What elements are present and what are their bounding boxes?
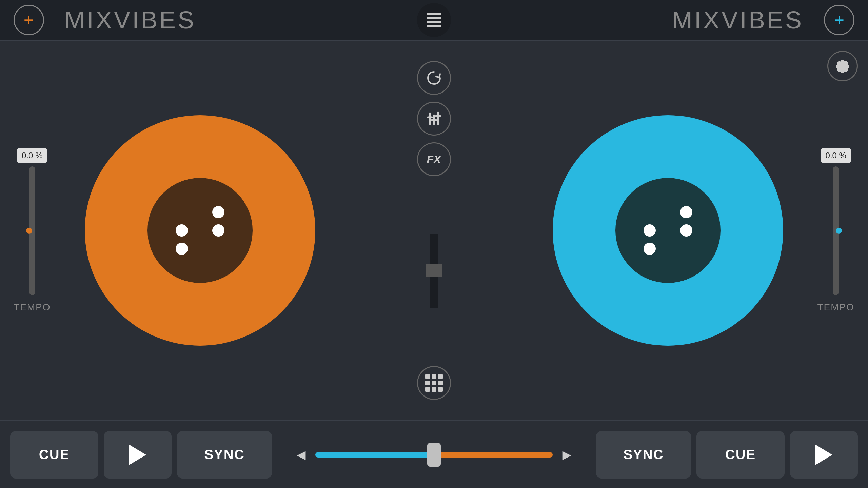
turntable-right[interactable] (553, 115, 783, 346)
crossfader-left-fill (315, 452, 434, 458)
center-column: FX (400, 41, 468, 420)
top-bar: + MIXVIBES MIXVIBES + (0, 0, 868, 41)
add-right-icon: + (834, 11, 844, 29)
tempo-value-right: 0.0 % (821, 148, 851, 163)
crossfader-vertical-handle[interactable] (426, 264, 442, 277)
eq-button[interactable] (417, 102, 451, 136)
grid-button[interactable] (417, 366, 451, 400)
deck-buttons-left: CUE SYNC (10, 431, 272, 479)
turntable-center-left (147, 178, 253, 283)
loop-button[interactable] (417, 61, 451, 95)
tempo-track-right[interactable] (833, 166, 839, 295)
top-bar-left: + MIXVIBES (14, 5, 196, 35)
add-track-left-button[interactable]: + (14, 5, 44, 35)
logo-menu-button[interactable] (417, 3, 451, 37)
loop-icon (425, 69, 443, 87)
grid-icon (425, 374, 443, 392)
sync-button-right[interactable]: SYNC (596, 431, 691, 479)
deck-left-name: MIXVIBES (64, 6, 196, 34)
cue-button-right[interactable]: CUE (696, 431, 785, 479)
equalizer-icon (425, 110, 443, 127)
center-controls-top: FX (417, 54, 451, 176)
add-left-icon: + (24, 11, 34, 29)
add-track-right-button[interactable]: + (824, 5, 854, 35)
vertical-crossfader[interactable] (430, 234, 438, 308)
tempo-handle-left[interactable] (26, 228, 32, 234)
tempo-value-left: 0.0 % (17, 148, 47, 163)
crossfader-track[interactable] (315, 452, 553, 458)
deck-left: 0.0 % TEMPO (0, 41, 400, 420)
dice-right (637, 199, 699, 262)
main-area: 0.0 % TEMPO (0, 41, 868, 420)
turntable-center-right (615, 178, 721, 283)
crossfader-handle[interactable] (427, 443, 441, 467)
deck-buttons-right: SYNC CUE (596, 431, 858, 479)
gear-icon (834, 58, 851, 74)
turntable-left[interactable] (85, 115, 315, 346)
tempo-track-left[interactable] (29, 166, 35, 295)
dice-left (169, 199, 231, 262)
tempo-handle-right[interactable] (836, 228, 842, 234)
sync-button-left[interactable]: SYNC (177, 431, 272, 479)
fx-label: FX (427, 153, 441, 166)
tempo-label-right: TEMPO (817, 302, 854, 313)
crossfader-right-arrow: ► (559, 446, 574, 463)
crossfader-right-fill (434, 452, 553, 458)
play-left-icon (129, 445, 146, 465)
tempo-slider-right[interactable]: 0.0 % TEMPO (817, 148, 854, 313)
play-right-icon (815, 445, 832, 465)
settings-button[interactable] (827, 51, 858, 81)
crossfader-section: ◄ ► (279, 446, 589, 463)
top-bar-right: MIXVIBES + (672, 5, 854, 35)
tempo-label-left: TEMPO (14, 302, 51, 313)
bars-icon (427, 13, 441, 27)
deck-right-name: MIXVIBES (672, 6, 804, 34)
play-button-right[interactable] (790, 431, 858, 479)
deck-right: 0.0 % TEMPO (468, 41, 868, 420)
tempo-slider-left[interactable]: 0.0 % TEMPO (14, 148, 51, 313)
play-button-left[interactable] (104, 431, 172, 479)
bottom-controls: CUE SYNC ◄ ► SYNC CUE (0, 420, 868, 488)
cue-button-left[interactable]: CUE (10, 431, 98, 479)
fx-button[interactable]: FX (417, 142, 451, 176)
crossfader-left-arrow: ◄ (294, 446, 309, 463)
